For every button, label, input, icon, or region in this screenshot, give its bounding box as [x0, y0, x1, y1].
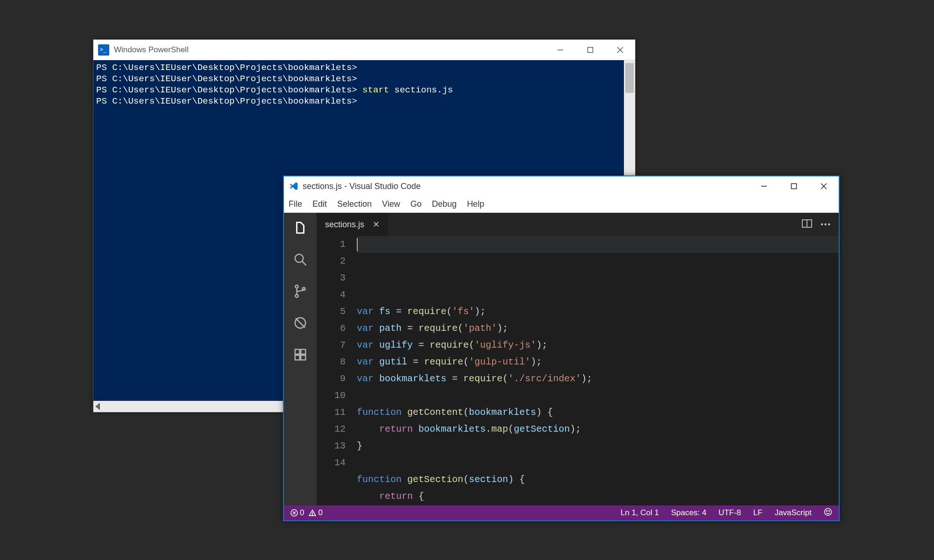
powershell-icon: [98, 44, 109, 56]
svg-rect-5: [792, 184, 797, 189]
menu-file[interactable]: File: [289, 199, 302, 209]
svg-point-8: [295, 254, 304, 263]
terminal-line: PS C:\Users\IEUser\Desktop\Projects\book…: [96, 96, 635, 107]
code-line[interactable]: }: [357, 438, 839, 455]
vscode-window[interactable]: sections.js - Visual Studio Code FileEdi…: [283, 175, 840, 521]
window-controls: [545, 40, 635, 60]
svg-rect-18: [301, 355, 305, 360]
code-line[interactable]: var gutil = require('gulp-util');: [357, 354, 839, 371]
git-icon[interactable]: [292, 283, 309, 300]
code-line[interactable]: [357, 455, 839, 471]
split-editor-icon[interactable]: [802, 219, 812, 230]
menu-selection[interactable]: Selection: [337, 199, 372, 209]
warnings-count[interactable]: 0: [309, 508, 322, 518]
more-icon[interactable]: •••: [821, 220, 831, 229]
code-line[interactable]: var bookmarklets = require('./src/index'…: [357, 371, 839, 387]
terminal-line: PS C:\Users\IEUser\Desktop\Projects\book…: [96, 73, 635, 84]
close-icon[interactable]: ✕: [373, 219, 380, 230]
indent-setting[interactable]: Spaces: 4: [671, 508, 707, 518]
code-line[interactable]: return bookmarklets.map(getSection);: [357, 421, 839, 438]
editor-area: sections.js ✕ ••• 1234567891011121314 va…: [317, 213, 839, 505]
svg-point-25: [312, 514, 313, 515]
close-button[interactable]: [809, 176, 839, 196]
encoding[interactable]: UTF-8: [719, 508, 741, 518]
svg-line-14: [296, 318, 305, 328]
errors-count[interactable]: 0: [290, 508, 304, 518]
svg-point-28: [829, 511, 830, 511]
code-editor[interactable]: 1234567891011121314 var fs = require('fs…: [317, 236, 839, 505]
cursor-position[interactable]: Ln 1, Col 1: [621, 508, 659, 518]
files-icon[interactable]: [292, 219, 309, 236]
code-line[interactable]: function getSection(section) {: [357, 471, 839, 488]
search-icon[interactable]: [292, 251, 309, 268]
code-line[interactable]: [357, 387, 839, 404]
text-cursor: [357, 238, 358, 251]
svg-point-10: [295, 285, 298, 288]
minimize-button[interactable]: [545, 40, 575, 60]
svg-rect-1: [588, 47, 593, 52]
menu-view[interactable]: View: [382, 199, 400, 209]
activity-bar: [284, 213, 317, 505]
current-line-highlight: [357, 236, 839, 253]
code-lines[interactable]: var fs = require('fs');var path = requir…: [357, 236, 839, 505]
terminal-line: PS C:\Users\IEUser\Desktop\Projects\book…: [96, 84, 635, 96]
svg-rect-17: [295, 355, 300, 360]
status-bar: 0 0 Ln 1, Col 1 Spaces: 4 UTF-8 LF JavaS…: [284, 505, 839, 520]
tab-sections-js[interactable]: sections.js ✕: [317, 213, 388, 236]
code-line[interactable]: var path = require('path');: [357, 320, 839, 337]
powershell-title: Windows PowerShell: [114, 45, 545, 55]
svg-line-9: [302, 261, 306, 266]
svg-rect-16: [301, 350, 305, 354]
menu-edit[interactable]: Edit: [312, 199, 327, 209]
scroll-left-icon[interactable]: [95, 403, 100, 410]
code-line[interactable]: name: section.name,: [357, 505, 839, 505]
code-line[interactable]: function getContent(bookmarklets) {: [357, 404, 839, 421]
vscode-main: sections.js ✕ ••• 1234567891011121314 va…: [284, 213, 839, 505]
vscode-title: sections.js - Visual Studio Code: [303, 182, 749, 191]
language-mode[interactable]: JavaScript: [775, 508, 812, 518]
menu-go[interactable]: Go: [410, 199, 422, 209]
minimize-button[interactable]: [749, 176, 779, 196]
editor-tabs: sections.js ✕ •••: [317, 213, 839, 236]
code-line[interactable]: var uglify = require('uglify-js');: [357, 337, 839, 354]
svg-rect-15: [295, 350, 300, 354]
code-line[interactable]: var fs = require('fs');: [357, 303, 839, 320]
svg-point-27: [827, 511, 828, 511]
maximize-button[interactable]: [779, 176, 809, 196]
powershell-titlebar[interactable]: Windows PowerShell: [93, 40, 635, 60]
svg-point-26: [825, 508, 832, 515]
vscode-titlebar[interactable]: sections.js - Visual Studio Code: [284, 176, 839, 196]
menu-debug[interactable]: Debug: [432, 199, 457, 209]
debug-icon[interactable]: [292, 315, 309, 331]
terminal-line: PS C:\Users\IEUser\Desktop\Projects\book…: [96, 62, 635, 73]
eol[interactable]: LF: [753, 508, 763, 518]
vscode-menubar: FileEditSelectionViewGoDebugHelp: [284, 196, 839, 213]
maximize-button[interactable]: [575, 40, 605, 60]
code-line[interactable]: return {: [357, 488, 839, 505]
line-gutter: 1234567891011121314: [317, 236, 357, 505]
window-controls: [749, 176, 839, 196]
vscode-icon: [289, 181, 299, 191]
feedback-icon[interactable]: [824, 508, 832, 518]
svg-point-11: [295, 294, 298, 297]
tab-label: sections.js: [325, 220, 364, 230]
extensions-icon[interactable]: [292, 346, 309, 363]
menu-help[interactable]: Help: [467, 199, 484, 209]
close-button[interactable]: [605, 40, 635, 60]
